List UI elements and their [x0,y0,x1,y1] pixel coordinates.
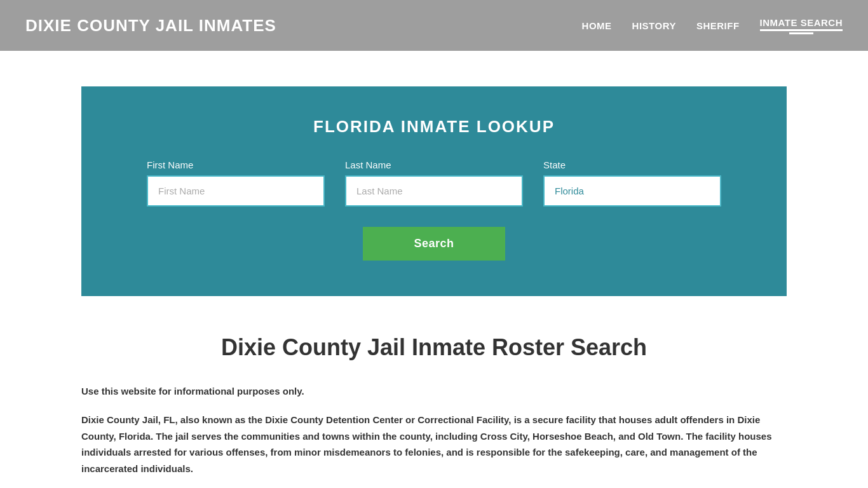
content-section: Dixie County Jail Inmate Roster Search U… [0,296,868,488]
last-name-input[interactable] [345,175,523,207]
last-name-label: Last Name [345,159,523,170]
state-input[interactable] [543,175,721,207]
nav-home[interactable]: HOME [582,20,612,31]
disclaimer-text: Use this website for informational purpo… [81,384,787,399]
first-name-group: First Name [147,159,325,207]
search-panel: FLORIDA INMATE LOOKUP First Name Last Na… [81,86,787,296]
description-text: Dixie County Jail, FL, also known as the… [81,412,787,477]
search-button-container: Search [107,227,761,261]
state-label: State [543,159,721,170]
site-header: DIXIE COUNTY JAIL INMATES HOME HISTORY S… [0,0,868,51]
first-name-label: First Name [147,159,325,170]
main-nav: HOME HISTORY SHERIFF INMATE SEARCH [582,17,843,34]
last-name-group: Last Name [345,159,523,207]
search-fields-row: First Name Last Name State [107,159,761,207]
state-group: State [543,159,721,207]
content-heading: Dixie County Jail Inmate Roster Search [81,334,787,361]
nav-inmate-search[interactable]: INMATE SEARCH [760,17,843,31]
nav-history[interactable]: HISTORY [632,20,676,31]
nav-active-indicator [789,32,813,34]
first-name-input[interactable] [147,175,325,207]
search-button[interactable]: Search [363,227,505,261]
search-panel-title: FLORIDA INMATE LOOKUP [107,117,761,137]
site-title: DIXIE COUNTY JAIL INMATES [25,16,276,36]
nav-sheriff[interactable]: SHERIFF [696,20,740,31]
